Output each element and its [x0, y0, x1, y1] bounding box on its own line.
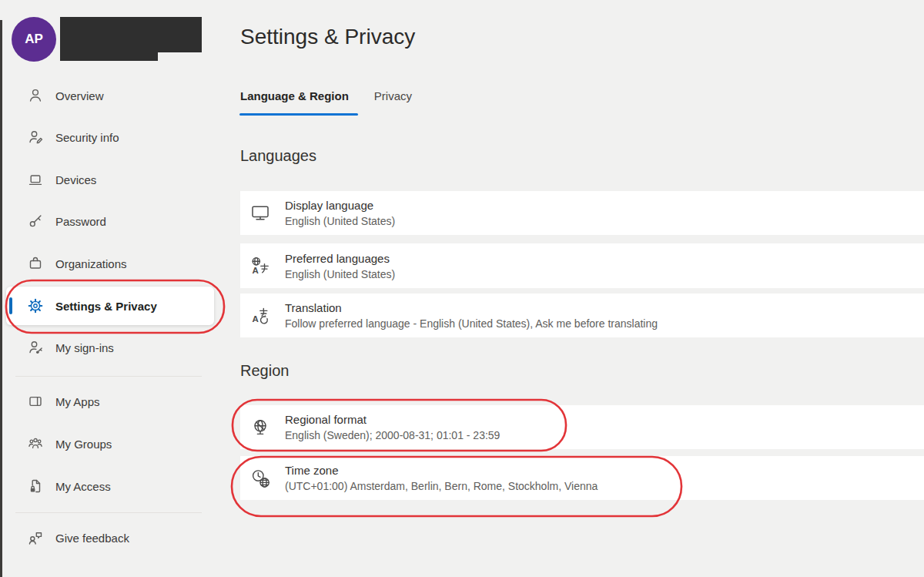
sidebar-item-my-access[interactable]: My Access — [0, 465, 231, 507]
sidebar-item-label: Settings & Privacy — [55, 300, 157, 313]
page-title: Settings & Privacy — [240, 23, 415, 51]
person-feedback-icon — [28, 530, 43, 545]
row-regional-format[interactable]: Regional format English (Sweden); 2000-0… — [240, 405, 924, 449]
person-icon — [28, 88, 43, 103]
redacted-email — [60, 52, 158, 61]
sidebar-item-label: Password — [55, 215, 106, 228]
avatar[interactable]: AP — [12, 17, 56, 62]
tab-bar: Language & Region Privacy — [240, 89, 412, 113]
settings-privacy-page: AP Overview Security info Devices Passwo… — [0, 0, 924, 577]
apps-window-icon — [28, 394, 43, 409]
row-value: (UTC+01:00) Amsterdam, Berlin, Bern, Rom… — [285, 478, 598, 494]
svg-text:A: A — [252, 314, 258, 323]
tab-language-region[interactable]: Language & Region — [240, 89, 349, 113]
sidebar-item-devices[interactable]: Devices — [0, 159, 231, 200]
document-lock-icon — [28, 478, 43, 494]
row-time-zone[interactable]: Time zone (UTC+01:00) Amsterdam, Berlin,… — [240, 456, 924, 500]
row-display-language[interactable]: Display language English (United States) — [240, 191, 924, 235]
tab-privacy[interactable]: Privacy — [374, 89, 412, 113]
display-language-icon — [250, 203, 270, 223]
sidebar-item-label: My Access — [55, 480, 111, 493]
sidebar-item-label: Organizations — [55, 257, 127, 270]
time-zone-icon — [250, 468, 270, 488]
active-indicator — [9, 297, 12, 314]
sidebar-item-label: My sign-ins — [55, 341, 114, 354]
laptop-icon — [28, 172, 43, 187]
active-tab-underline — [239, 113, 358, 116]
regional-format-icon — [250, 418, 270, 438]
row-translation[interactable]: A Translation Follow preferred language … — [240, 294, 924, 337]
sidebar-item-overview[interactable]: Overview — [0, 75, 231, 116]
sidebar-item-my-apps[interactable]: My Apps — [0, 381, 231, 422]
row-value: English (United States) — [285, 213, 395, 229]
sidebar-item-my-sign-ins[interactable]: My sign-ins — [0, 327, 231, 368]
sidebar-item-label: Devices — [55, 173, 96, 186]
section-heading-languages: Languages — [240, 147, 316, 165]
row-title: Time zone — [285, 462, 598, 478]
sidebar-item-label: Security info — [55, 131, 119, 144]
key-icon — [28, 213, 43, 229]
row-title: Regional format — [285, 411, 500, 428]
people-group-icon — [28, 436, 43, 451]
sidebar-item-organizations[interactable]: Organizations — [0, 243, 231, 284]
section-heading-region: Region — [240, 362, 289, 380]
row-value: Follow preferred language - English (Uni… — [285, 316, 658, 331]
sidebar-item-settings-privacy[interactable]: Settings & Privacy — [6, 287, 214, 325]
briefcase-icon — [28, 256, 43, 271]
row-preferred-languages[interactable]: A Preferred languages English (United St… — [240, 243, 924, 288]
row-title: Translation — [285, 300, 658, 316]
sidebar-item-label: Overview — [55, 89, 104, 102]
translation-icon: A — [250, 306, 270, 326]
sidebar-item-password[interactable]: Password — [0, 200, 231, 242]
person-edit-icon — [28, 129, 43, 145]
row-value: English (Sweden); 2000-08-31; 01:01 - 23… — [285, 428, 500, 443]
row-title: Preferred languages — [285, 250, 395, 267]
sidebar-divider — [15, 376, 202, 377]
svg-text:A: A — [252, 266, 258, 275]
preferred-languages-icon: A — [250, 256, 270, 276]
sidebar-item-label: My Apps — [55, 395, 100, 408]
redacted-username — [60, 17, 202, 52]
gear-icon — [28, 298, 43, 314]
row-title: Display language — [285, 197, 395, 213]
sidebar-item-give-feedback[interactable]: Give feedback — [0, 517, 231, 559]
sidebar-item-label: My Groups — [55, 438, 112, 451]
sidebar-item-my-groups[interactable]: My Groups — [0, 423, 231, 465]
sidebar-item-security-info[interactable]: Security info — [0, 116, 231, 158]
sidebar-item-label: Give feedback — [55, 532, 129, 545]
person-key-icon — [28, 340, 43, 355]
sidebar-divider — [15, 512, 202, 513]
row-value: English (United States) — [285, 267, 395, 282]
